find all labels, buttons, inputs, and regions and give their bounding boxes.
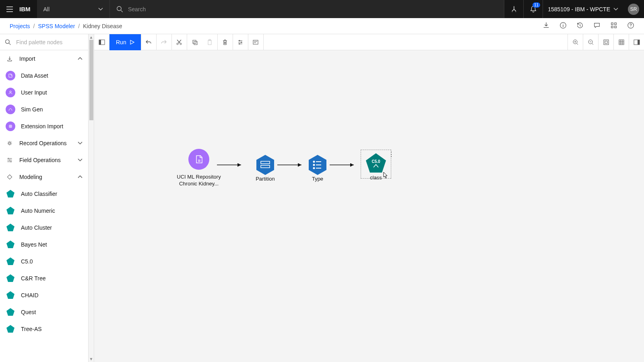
palette-scrollbar[interactable]: ▲ ▼ [88, 34, 94, 362]
download-button[interactable] [543, 22, 550, 30]
scroll-thumb[interactable] [89, 40, 93, 120]
chevron-down-icon [613, 8, 618, 11]
pentagon-icon [6, 206, 15, 216]
palette-item-label: C5.0 [21, 258, 33, 265]
breadcrumb-modeler[interactable]: SPSS Modeler [38, 23, 75, 29]
palette-scroll-area[interactable]: Import Data Asset User Input Sim Gen Ext… [0, 50, 94, 362]
account-switcher[interactable]: 1585109 - IBM - WPCTE [543, 0, 623, 18]
svg-point-7 [6, 39, 10, 43]
pentagon-icon [6, 324, 15, 334]
global-search-input[interactable] [128, 6, 497, 12]
palette-item-data-asset[interactable]: Data Asset [0, 67, 88, 84]
comment-button[interactable] [248, 34, 264, 50]
page-sub-header: Projects / SPSS Modeler / Kidney Disease [0, 18, 644, 34]
field-ops-icon [6, 157, 14, 163]
global-search[interactable] [109, 0, 504, 18]
search-icon [5, 39, 11, 45]
canvas-area: Run [94, 34, 644, 362]
zoom-out-button[interactable] [583, 34, 598, 50]
settings-button[interactable] [233, 34, 248, 50]
chevron-down-icon [78, 158, 83, 162]
palette-item-auto-cluster[interactable]: Auto Cluster [0, 219, 88, 236]
copy-button[interactable] [187, 34, 202, 50]
data-link-button[interactable] [504, 0, 523, 18]
chat-icon [593, 22, 601, 29]
palette-item-extension-import[interactable]: Extension Import [0, 118, 88, 135]
flow-node-data-source[interactable]: UCI ML Repository Chronic Kidney... [175, 149, 223, 187]
zoom-in-button[interactable] [568, 34, 583, 50]
flow-canvas[interactable]: UCI ML Repository Chronic Kidney... Part… [94, 50, 644, 362]
chevron-up-icon [78, 57, 83, 60]
node-label: Partition [256, 176, 275, 183]
run-button[interactable]: Run [109, 34, 141, 50]
palette-section-field-ops[interactable]: Field Operations [0, 152, 88, 169]
scope-dropdown[interactable]: All [37, 0, 109, 18]
main-body: Import Data Asset User Input Sim Gen Ext… [0, 34, 644, 362]
history-button[interactable] [576, 22, 584, 30]
breadcrumb-projects[interactable]: Projects [10, 23, 30, 29]
scroll-up-arrow[interactable]: ▲ [89, 34, 93, 40]
svg-point-19 [241, 41, 242, 43]
delete-button[interactable] [218, 34, 233, 50]
branch-icon [510, 6, 518, 13]
node-label: UCI ML Repository Chronic Kidney... [175, 174, 223, 187]
svg-point-8 [10, 91, 11, 93]
palette-item-quest[interactable]: Quest [0, 304, 88, 321]
comments-button[interactable] [593, 22, 601, 30]
zoom-fit-button[interactable] [598, 34, 613, 50]
help-button[interactable] [627, 22, 634, 30]
notifications-button[interactable]: 11 [523, 0, 543, 18]
palette-item-bayes-net[interactable]: Bayes Net [0, 236, 88, 253]
palette-item-sim-gen[interactable]: Sim Gen [0, 101, 88, 118]
info-icon [559, 22, 567, 29]
palette-section-modeling[interactable]: Modeling [0, 169, 88, 185]
pentagon-icon: C5.0 [365, 152, 387, 175]
assets-button[interactable] [610, 22, 617, 30]
palette-section-title: Record Operations [19, 140, 72, 146]
svg-rect-21 [253, 40, 258, 44]
palette-item-auto-numeric[interactable]: Auto Numeric [0, 202, 88, 219]
user-avatar[interactable]: SR [628, 4, 639, 15]
palette-search-input[interactable] [16, 39, 89, 45]
flow-node-partition[interactable]: Partition [241, 154, 289, 183]
trash-icon [222, 39, 228, 45]
palette-item-auto-classifier[interactable]: Auto Classifier [0, 185, 88, 202]
palette-item-tree-as[interactable]: Tree-AS [0, 321, 88, 337]
palette-item-c50[interactable]: C5.0 [0, 253, 88, 270]
svg-rect-14 [193, 40, 196, 43]
scroll-down-arrow[interactable]: ▼ [89, 356, 93, 362]
menu-toggle[interactable] [0, 5, 19, 13]
svg-rect-3 [615, 23, 617, 25]
flow-node-class[interactable]: ⋮ C5.0 class [352, 152, 400, 181]
brand-label: IBM [19, 6, 37, 12]
info-button[interactable] [559, 22, 567, 30]
redo-button [157, 34, 172, 50]
palette-item-chaid[interactable]: CHAID [0, 287, 88, 304]
svg-rect-25 [605, 41, 607, 43]
record-ops-icon [6, 140, 14, 146]
pentagon-icon [6, 307, 15, 317]
palette-item-user-input[interactable]: User Input [0, 84, 88, 101]
undo-button[interactable] [141, 34, 157, 50]
palette-section-import[interactable]: Import [0, 50, 88, 67]
flow-node-type[interactable]: Type [293, 154, 342, 183]
data-preview-button[interactable] [613, 34, 629, 50]
search-icon [116, 6, 123, 13]
paste-icon [206, 39, 213, 45]
svg-point-0 [117, 6, 121, 10]
history-icon [576, 22, 584, 29]
breadcrumb-separator: / [33, 23, 35, 29]
node-context-menu[interactable]: ⋮ [388, 150, 394, 158]
palette-section-record-ops[interactable]: Record Operations [0, 135, 88, 152]
panel-right-icon [634, 39, 640, 45]
cut-button[interactable] [172, 34, 187, 50]
toggle-palette-button[interactable] [94, 34, 109, 50]
svg-point-18 [239, 40, 240, 41]
palette-search[interactable] [0, 34, 94, 50]
note-icon [252, 39, 259, 45]
scope-dropdown-label: All [43, 6, 50, 12]
right-panel-button[interactable] [629, 34, 644, 50]
palette-item-cr-tree[interactable]: C&R Tree [0, 270, 88, 287]
palette-item-label: Auto Cluster [21, 224, 52, 231]
svg-text:C5.0: C5.0 [372, 159, 380, 164]
